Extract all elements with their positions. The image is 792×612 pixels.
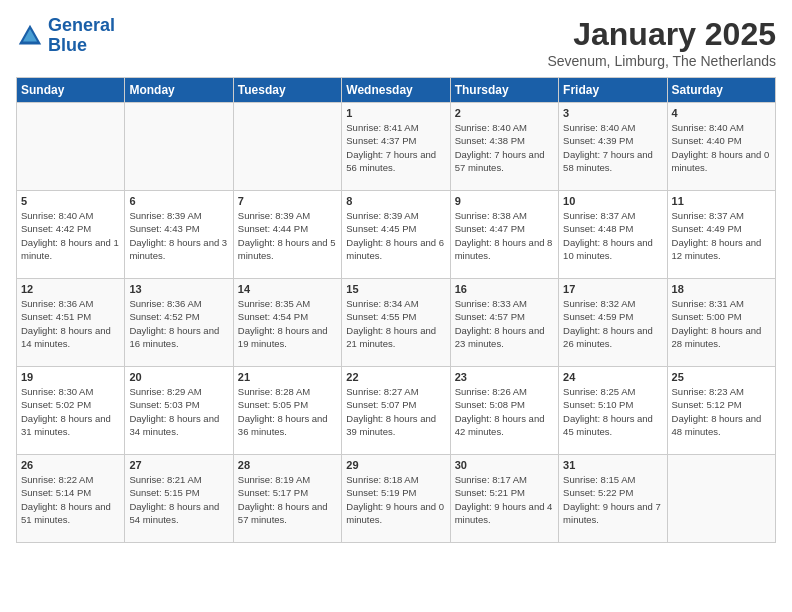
calendar-cell	[125, 103, 233, 191]
calendar-cell: 8Sunrise: 8:39 AM Sunset: 4:45 PM Daylig…	[342, 191, 450, 279]
day-number: 27	[129, 459, 228, 471]
calendar-cell: 29Sunrise: 8:18 AM Sunset: 5:19 PM Dayli…	[342, 455, 450, 543]
calendar-week-row: 12Sunrise: 8:36 AM Sunset: 4:51 PM Dayli…	[17, 279, 776, 367]
calendar-cell: 4Sunrise: 8:40 AM Sunset: 4:40 PM Daylig…	[667, 103, 775, 191]
day-of-week-header: Wednesday	[342, 78, 450, 103]
day-info: Sunrise: 8:39 AM Sunset: 4:43 PM Dayligh…	[129, 209, 228, 262]
day-number: 12	[21, 283, 120, 295]
calendar-cell: 27Sunrise: 8:21 AM Sunset: 5:15 PM Dayli…	[125, 455, 233, 543]
calendar-cell: 24Sunrise: 8:25 AM Sunset: 5:10 PM Dayli…	[559, 367, 667, 455]
day-number: 21	[238, 371, 337, 383]
day-number: 19	[21, 371, 120, 383]
calendar-cell: 22Sunrise: 8:27 AM Sunset: 5:07 PM Dayli…	[342, 367, 450, 455]
calendar-cell: 2Sunrise: 8:40 AM Sunset: 4:38 PM Daylig…	[450, 103, 558, 191]
day-info: Sunrise: 8:33 AM Sunset: 4:57 PM Dayligh…	[455, 297, 554, 350]
logo: General Blue	[16, 16, 115, 56]
day-number: 16	[455, 283, 554, 295]
day-info: Sunrise: 8:27 AM Sunset: 5:07 PM Dayligh…	[346, 385, 445, 438]
day-info: Sunrise: 8:35 AM Sunset: 4:54 PM Dayligh…	[238, 297, 337, 350]
day-info: Sunrise: 8:18 AM Sunset: 5:19 PM Dayligh…	[346, 473, 445, 526]
day-number: 20	[129, 371, 228, 383]
calendar-cell	[17, 103, 125, 191]
day-of-week-header: Saturday	[667, 78, 775, 103]
day-number: 6	[129, 195, 228, 207]
calendar-body: 1Sunrise: 8:41 AM Sunset: 4:37 PM Daylig…	[17, 103, 776, 543]
calendar-cell: 14Sunrise: 8:35 AM Sunset: 4:54 PM Dayli…	[233, 279, 341, 367]
calendar-table: SundayMondayTuesdayWednesdayThursdayFrid…	[16, 77, 776, 543]
page-header: General Blue January 2025 Sevenum, Limbu…	[16, 16, 776, 69]
day-of-week-header: Friday	[559, 78, 667, 103]
day-number: 26	[21, 459, 120, 471]
day-info: Sunrise: 8:23 AM Sunset: 5:12 PM Dayligh…	[672, 385, 771, 438]
day-number: 30	[455, 459, 554, 471]
day-of-week-header: Tuesday	[233, 78, 341, 103]
calendar-cell: 3Sunrise: 8:40 AM Sunset: 4:39 PM Daylig…	[559, 103, 667, 191]
day-number: 15	[346, 283, 445, 295]
day-number: 29	[346, 459, 445, 471]
calendar-cell: 1Sunrise: 8:41 AM Sunset: 4:37 PM Daylig…	[342, 103, 450, 191]
day-info: Sunrise: 8:28 AM Sunset: 5:05 PM Dayligh…	[238, 385, 337, 438]
calendar-cell	[667, 455, 775, 543]
calendar-cell: 6Sunrise: 8:39 AM Sunset: 4:43 PM Daylig…	[125, 191, 233, 279]
day-info: Sunrise: 8:36 AM Sunset: 4:52 PM Dayligh…	[129, 297, 228, 350]
calendar-cell: 12Sunrise: 8:36 AM Sunset: 4:51 PM Dayli…	[17, 279, 125, 367]
calendar-header-row: SundayMondayTuesdayWednesdayThursdayFrid…	[17, 78, 776, 103]
calendar-cell: 9Sunrise: 8:38 AM Sunset: 4:47 PM Daylig…	[450, 191, 558, 279]
day-number: 9	[455, 195, 554, 207]
calendar-cell: 7Sunrise: 8:39 AM Sunset: 4:44 PM Daylig…	[233, 191, 341, 279]
day-number: 10	[563, 195, 662, 207]
calendar-cell: 18Sunrise: 8:31 AM Sunset: 5:00 PM Dayli…	[667, 279, 775, 367]
calendar-cell: 25Sunrise: 8:23 AM Sunset: 5:12 PM Dayli…	[667, 367, 775, 455]
day-info: Sunrise: 8:21 AM Sunset: 5:15 PM Dayligh…	[129, 473, 228, 526]
day-of-week-header: Thursday	[450, 78, 558, 103]
calendar-cell: 23Sunrise: 8:26 AM Sunset: 5:08 PM Dayli…	[450, 367, 558, 455]
calendar-cell: 15Sunrise: 8:34 AM Sunset: 4:55 PM Dayli…	[342, 279, 450, 367]
calendar-cell: 31Sunrise: 8:15 AM Sunset: 5:22 PM Dayli…	[559, 455, 667, 543]
day-info: Sunrise: 8:40 AM Sunset: 4:40 PM Dayligh…	[672, 121, 771, 174]
day-number: 28	[238, 459, 337, 471]
day-info: Sunrise: 8:40 AM Sunset: 4:42 PM Dayligh…	[21, 209, 120, 262]
calendar-cell: 20Sunrise: 8:29 AM Sunset: 5:03 PM Dayli…	[125, 367, 233, 455]
day-of-week-header: Monday	[125, 78, 233, 103]
day-number: 31	[563, 459, 662, 471]
day-info: Sunrise: 8:41 AM Sunset: 4:37 PM Dayligh…	[346, 121, 445, 174]
day-info: Sunrise: 8:34 AM Sunset: 4:55 PM Dayligh…	[346, 297, 445, 350]
logo-line2: Blue	[48, 35, 87, 55]
calendar-cell: 30Sunrise: 8:17 AM Sunset: 5:21 PM Dayli…	[450, 455, 558, 543]
day-number: 18	[672, 283, 771, 295]
calendar-cell: 28Sunrise: 8:19 AM Sunset: 5:17 PM Dayli…	[233, 455, 341, 543]
calendar-cell: 13Sunrise: 8:36 AM Sunset: 4:52 PM Dayli…	[125, 279, 233, 367]
day-info: Sunrise: 8:38 AM Sunset: 4:47 PM Dayligh…	[455, 209, 554, 262]
calendar-cell: 10Sunrise: 8:37 AM Sunset: 4:48 PM Dayli…	[559, 191, 667, 279]
day-info: Sunrise: 8:37 AM Sunset: 4:49 PM Dayligh…	[672, 209, 771, 262]
day-info: Sunrise: 8:39 AM Sunset: 4:44 PM Dayligh…	[238, 209, 337, 262]
day-number: 24	[563, 371, 662, 383]
day-number: 1	[346, 107, 445, 119]
day-info: Sunrise: 8:30 AM Sunset: 5:02 PM Dayligh…	[21, 385, 120, 438]
day-number: 11	[672, 195, 771, 207]
day-number: 13	[129, 283, 228, 295]
day-number: 8	[346, 195, 445, 207]
calendar-cell: 17Sunrise: 8:32 AM Sunset: 4:59 PM Dayli…	[559, 279, 667, 367]
day-info: Sunrise: 8:29 AM Sunset: 5:03 PM Dayligh…	[129, 385, 228, 438]
day-number: 14	[238, 283, 337, 295]
logo-icon	[16, 22, 44, 50]
day-info: Sunrise: 8:19 AM Sunset: 5:17 PM Dayligh…	[238, 473, 337, 526]
calendar-cell: 21Sunrise: 8:28 AM Sunset: 5:05 PM Dayli…	[233, 367, 341, 455]
logo-text: General Blue	[48, 16, 115, 56]
day-number: 3	[563, 107, 662, 119]
month-title: January 2025	[547, 16, 776, 53]
calendar-week-row: 1Sunrise: 8:41 AM Sunset: 4:37 PM Daylig…	[17, 103, 776, 191]
day-info: Sunrise: 8:37 AM Sunset: 4:48 PM Dayligh…	[563, 209, 662, 262]
calendar-cell: 19Sunrise: 8:30 AM Sunset: 5:02 PM Dayli…	[17, 367, 125, 455]
day-info: Sunrise: 8:31 AM Sunset: 5:00 PM Dayligh…	[672, 297, 771, 350]
day-info: Sunrise: 8:40 AM Sunset: 4:38 PM Dayligh…	[455, 121, 554, 174]
day-info: Sunrise: 8:39 AM Sunset: 4:45 PM Dayligh…	[346, 209, 445, 262]
day-of-week-header: Sunday	[17, 78, 125, 103]
day-info: Sunrise: 8:36 AM Sunset: 4:51 PM Dayligh…	[21, 297, 120, 350]
location-subtitle: Sevenum, Limburg, The Netherlands	[547, 53, 776, 69]
calendar-cell: 26Sunrise: 8:22 AM Sunset: 5:14 PM Dayli…	[17, 455, 125, 543]
calendar-week-row: 5Sunrise: 8:40 AM Sunset: 4:42 PM Daylig…	[17, 191, 776, 279]
day-info: Sunrise: 8:15 AM Sunset: 5:22 PM Dayligh…	[563, 473, 662, 526]
day-info: Sunrise: 8:40 AM Sunset: 4:39 PM Dayligh…	[563, 121, 662, 174]
